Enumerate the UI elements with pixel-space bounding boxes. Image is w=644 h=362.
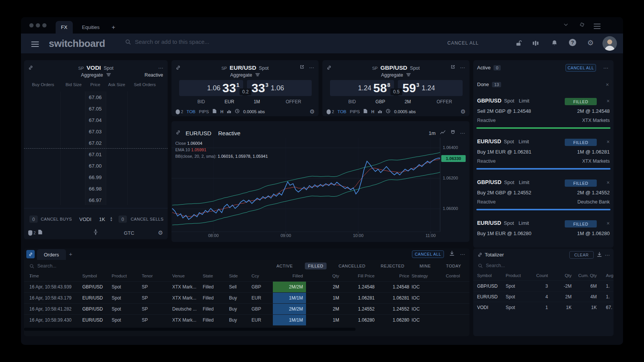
panel-menu-icon[interactable]: ⋯ [460, 130, 466, 136]
help-icon[interactable]: ? [569, 39, 576, 46]
col-symbol[interactable]: Symbol [477, 273, 492, 278]
quantity-value[interactable]: 1K [99, 216, 105, 222]
pips-toggle[interactable]: PIPS [199, 109, 209, 114]
order-card[interactable]: GBP/USDSpotLimit FILLED × Buy 2M GBP @ 1… [473, 178, 614, 219]
price-level[interactable]: 66.99 [75, 175, 115, 180]
col-strategy[interactable]: Strategy [412, 274, 428, 278]
price-level[interactable]: 67.03 [75, 129, 115, 135]
tolerance-value[interactable]: 0.0005 abs [394, 109, 416, 114]
orders-cancel-all-button[interactable]: CANCEL ALL [412, 250, 444, 258]
totalizer-row[interactable]: EUR/USDSpot42M4M1. [473, 291, 614, 302]
price-level[interactable]: 67.00 [75, 163, 115, 169]
price-level[interactable]: 67.01 [75, 152, 115, 157]
user-avatar[interactable] [602, 36, 617, 51]
panel-menu-icon[interactable]: ⋯ [309, 64, 315, 70]
col-filled[interactable]: Filled [273, 274, 306, 278]
panel-menu-icon[interactable]: ⋯ [460, 64, 466, 70]
quantity-selector[interactable]: 1M [254, 99, 260, 104]
browser-menu-icon[interactable] [594, 22, 601, 32]
tab-fx[interactable]: FX [56, 21, 73, 34]
extensions-icon[interactable] [579, 22, 585, 29]
order-card[interactable]: GBP/USDSpotLimit FILLED × Sell 2M GBP @ … [473, 97, 614, 138]
col-product[interactable]: Product [112, 274, 127, 278]
clear-button[interactable]: CLEAR [569, 251, 594, 259]
filter-mine[interactable]: MINE [417, 263, 434, 269]
filter-cancelled[interactable]: CANCELLED [336, 263, 369, 269]
close-icon[interactable]: × [607, 220, 610, 226]
chart-mode[interactable]: Reactive [218, 130, 240, 136]
currency-selector[interactable]: EUR [224, 99, 234, 104]
quantity-stepper[interactable]: ▲ ▼ [110, 216, 113, 222]
price-level[interactable]: 66.98 [75, 186, 115, 192]
col-venue[interactable]: Venue [172, 274, 185, 278]
price-level[interactable]: 66.97 [75, 197, 115, 203]
hedge-toggle-icon[interactable]: H [220, 109, 223, 114]
tab-equities[interactable]: Equities [77, 21, 105, 34]
clock-icon[interactable] [386, 108, 391, 115]
orders-search-input[interactable] [37, 263, 91, 269]
price-level[interactable]: 67.04 [75, 117, 115, 123]
totalizer-row[interactable]: GBP/USDSpot3-2M6M1. [473, 280, 614, 291]
col-symbol[interactable]: Symbol [82, 274, 97, 278]
link-icon[interactable] [175, 130, 181, 137]
traffic-light-zoom[interactable] [42, 23, 46, 27]
gear-icon[interactable]: ⚙ [310, 108, 315, 115]
totalizer-search-input[interactable] [486, 263, 532, 268]
close-icon[interactable]: × [607, 139, 610, 145]
document-icon[interactable] [363, 108, 368, 115]
panel-menu-icon[interactable]: ⋯ [158, 65, 164, 71]
bell-icon[interactable] [551, 40, 558, 48]
col-cum-qty[interactable]: Cum. Qty [578, 273, 597, 278]
mouse-mode-icon[interactable]: 2 [175, 109, 183, 115]
global-search[interactable] [125, 38, 257, 45]
global-search-input[interactable] [135, 38, 257, 45]
close-icon[interactable]: × [607, 98, 610, 104]
col-product[interactable]: Product [506, 273, 521, 278]
hedge-toggle-icon[interactable]: H [371, 109, 374, 114]
offer-button[interactable]: 59 3 1.24 [398, 80, 463, 96]
tob-toggle[interactable]: TOB [338, 109, 346, 114]
bid-button[interactable]: 1.24 58 8 [330, 80, 394, 96]
document-icon[interactable] [38, 229, 43, 236]
global-cancel-all-button[interactable]: CANCEL ALL [447, 40, 479, 46]
col-control[interactable]: Control [446, 274, 460, 278]
download-icon[interactable] [449, 251, 455, 258]
offer-button[interactable]: 33 3 1.06 [247, 80, 312, 96]
blotter-cancel-all-button[interactable]: CANCEL ALL [566, 64, 596, 72]
stepper-down-icon[interactable]: ▼ [110, 219, 113, 222]
ladder-row[interactable]: 67.03 [24, 126, 168, 137]
panel-menu-icon[interactable]: ⋯ [605, 252, 610, 258]
col-qty[interactable]: Qty [312, 274, 339, 278]
link-icon[interactable] [477, 252, 483, 259]
bid-button[interactable]: 1.06 33 1 [179, 80, 243, 96]
pips-toggle[interactable]: PIPS [350, 109, 360, 114]
col-price[interactable]: Price [379, 274, 409, 278]
quantity-selector[interactable]: 2M [405, 99, 411, 104]
panel-menu-icon[interactable]: ⋯ [460, 251, 466, 257]
depth-chart-icon[interactable] [227, 108, 231, 115]
ladder-row[interactable]: 67.00 [24, 160, 168, 171]
tif-selector[interactable]: GTC [124, 230, 134, 236]
col-qty[interactable]: Qty [553, 273, 572, 278]
order-row[interactable]: 16 Apr, 10:58:43.939GBP/USDSpotSPXTX Mar… [24, 281, 469, 292]
horizontal-scrollbar[interactable] [24, 328, 356, 331]
order-row[interactable]: 16 Apr, 10:58:39.430EUR/USDSpotSPXTX Mar… [24, 314, 469, 325]
mouse-mode-icon[interactable]: 2 [28, 230, 36, 236]
col-count[interactable]: Count [529, 273, 548, 278]
col-avg[interactable]: Avg [606, 273, 614, 278]
popout-icon[interactable] [300, 64, 304, 71]
line-chart-icon[interactable] [440, 130, 446, 136]
magnet-icon[interactable] [450, 130, 455, 136]
mouse-mode-icon[interactable]: 2 [326, 109, 334, 115]
col-ccy[interactable]: Ccy [252, 274, 259, 278]
depth-chart-icon[interactable] [378, 108, 382, 115]
tolerance-value[interactable]: 0.0005 abs [243, 109, 265, 114]
ladder-row[interactable]: 67.01 [24, 149, 168, 160]
main-menu-icon[interactable] [31, 40, 39, 50]
currency-selector[interactable]: GBP [375, 99, 385, 104]
order-card[interactable]: EUR/USDSpotLimit FILLED × Buy 1M EUR @ 1… [473, 138, 614, 178]
totalizer-row[interactable]: VODISpot11K1K67. [473, 302, 614, 312]
filter-filled[interactable]: FILLED [305, 263, 326, 269]
price-level[interactable]: 67.05 [75, 106, 115, 112]
ladder-row[interactable]: 67.06 [24, 91, 168, 103]
